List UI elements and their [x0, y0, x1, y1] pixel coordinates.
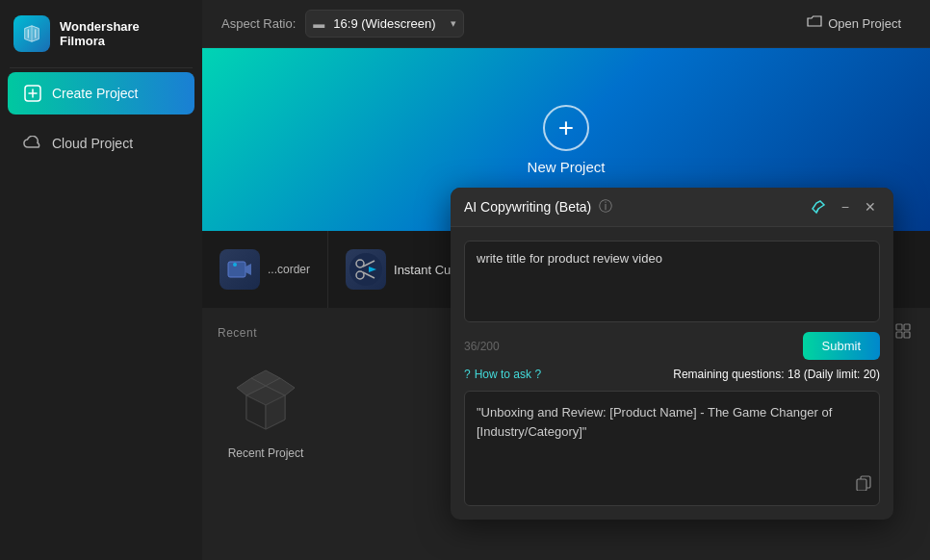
ai-panel-title-group: AI Copywriting (Beta) ⓘ: [464, 198, 612, 216]
feature-card-recorder[interactable]: ...corder: [202, 231, 328, 308]
folder-icon: [807, 15, 822, 32]
remaining-label: Remaining questions:: [673, 368, 788, 381]
ai-panel-close-button[interactable]: ✕: [861, 197, 880, 216]
ai-panel-title: AI Copywriting (Beta): [464, 199, 591, 215]
svg-line-22: [816, 209, 818, 213]
aspect-ratio-select[interactable]: 16:9 (Widescreen) 9:16 (Vertical) 1:1 (S…: [305, 10, 464, 38]
create-project-label: Create Project: [52, 86, 138, 101]
recent-label: Recent: [218, 326, 257, 340]
recorder-card-img: [220, 249, 260, 290]
instant-cutter-card-img: [346, 249, 386, 290]
remaining-count: 18: [788, 368, 800, 381]
create-project-icon: [23, 84, 42, 103]
sidebar: Wondershare Filmora Create Project Cloud…: [0, 0, 202, 560]
ai-panel-header: AI Copywriting (Beta) ⓘ − ✕: [451, 188, 893, 227]
recent-project-name: Recent Project: [228, 446, 304, 460]
ai-copy-button[interactable]: [856, 474, 871, 497]
ai-submit-button[interactable]: Submit: [803, 332, 880, 360]
brand-name: Wondershare Filmora: [60, 19, 140, 48]
ai-panel-controls: − ✕: [807, 197, 880, 216]
minimize-icon: −: [841, 199, 849, 215]
sidebar-item-create-project[interactable]: Create Project: [8, 72, 194, 115]
how-to-ask-label: How to ask ?: [475, 368, 541, 381]
recent-project-item[interactable]: Recent Project: [218, 362, 314, 460]
svg-rect-19: [904, 324, 910, 330]
aspect-ratio-icon: ▬: [313, 17, 324, 31]
svg-rect-18: [896, 324, 902, 330]
brand-top: Wondershare: [60, 19, 140, 34]
recent-project-thumb: [227, 362, 304, 439]
aspect-ratio-group: Aspect Ratio: ▬ 16:9 (Widescreen) 9:16 (…: [221, 10, 464, 38]
ai-result-text: "Unboxing and Review: [Product Name] - T…: [477, 405, 832, 439]
cloud-icon: [23, 134, 42, 153]
new-project-label: New Project: [528, 159, 606, 175]
recorder-card-label: ...corder: [268, 263, 310, 276]
ai-panel-body: 36/200 Submit ? How to ask ? Remaining q…: [451, 227, 893, 520]
ai-result-box: "Unboxing and Review: [Product Name] - T…: [464, 391, 880, 506]
question-icon: ?: [464, 368, 471, 381]
ai-remaining-text: Remaining questions: 18 (Daily limit: 20…: [673, 368, 880, 381]
open-project-button[interactable]: Open Project: [797, 10, 911, 38]
ai-panel-minimize-button[interactable]: −: [838, 197, 853, 216]
svg-point-3: [233, 263, 237, 267]
svg-marker-2: [245, 264, 251, 275]
ai-copywriting-panel: AI Copywriting (Beta) ⓘ − ✕: [451, 188, 893, 520]
main-content: Aspect Ratio: ▬ 16:9 (Widescreen) 9:16 (…: [202, 0, 930, 560]
new-project-plus-icon: +: [543, 105, 589, 151]
sidebar-header: Wondershare Filmora: [0, 0, 202, 67]
ai-how-to-ask-link[interactable]: ? How to ask ?: [464, 368, 541, 381]
sidebar-item-cloud-project[interactable]: Cloud Project: [8, 122, 194, 165]
cloud-project-label: Cloud Project: [52, 136, 133, 151]
brand-bottom: Filmora: [60, 34, 140, 48]
ai-help-row: ? How to ask ? Remaining questions: 18 (…: [464, 368, 880, 381]
grid-view-button[interactable]: [891, 321, 915, 344]
svg-rect-1: [228, 262, 245, 277]
ai-panel-pin-button[interactable]: [807, 197, 830, 216]
sidebar-divider: [10, 67, 193, 68]
ai-prompt-textarea[interactable]: [464, 241, 880, 322]
ai-panel-info-icon[interactable]: ⓘ: [599, 198, 612, 216]
app-logo: [13, 15, 50, 52]
svg-rect-24: [857, 479, 866, 491]
remaining-daily: (Daily limit: 20): [800, 368, 880, 381]
ai-textarea-footer: 36/200 Submit: [464, 332, 880, 360]
ai-char-count: 36/200: [464, 340, 500, 353]
open-project-label: Open Project: [828, 16, 901, 31]
svg-rect-21: [904, 332, 910, 338]
svg-rect-20: [896, 332, 902, 338]
svg-point-4: [349, 253, 382, 286]
aspect-ratio-wrapper[interactable]: ▬ 16:9 (Widescreen) 9:16 (Vertical) 1:1 …: [305, 10, 464, 38]
aspect-ratio-label: Aspect Ratio:: [221, 16, 296, 31]
close-icon: ✕: [865, 199, 876, 215]
topbar: Aspect Ratio: ▬ 16:9 (Widescreen) 9:16 (…: [202, 0, 930, 48]
